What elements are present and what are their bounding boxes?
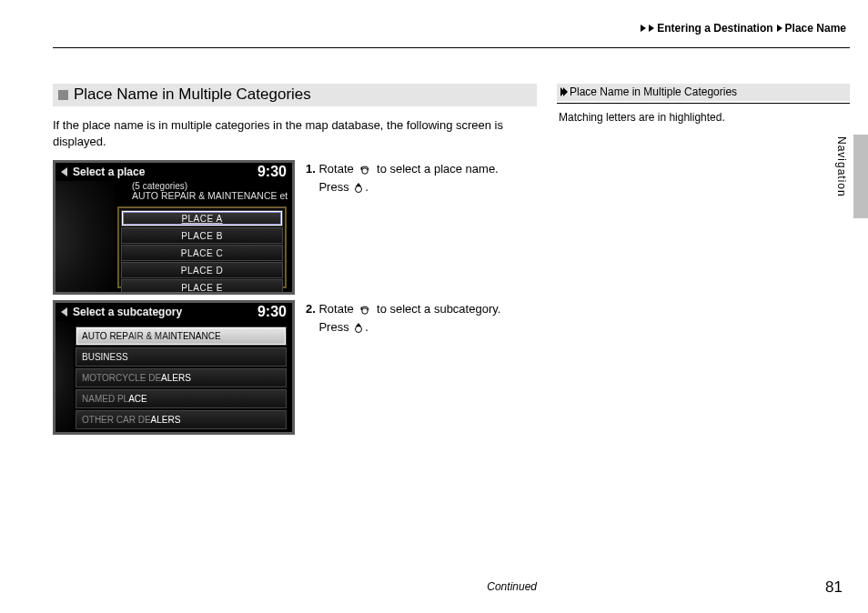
square-bullet-icon [58,90,68,100]
rotate-knob-icon [357,164,373,176]
breadcrumb-arrow-icon [649,25,654,32]
step-2-text: 2. Rotate to select a subcategory. Press [306,300,500,435]
step-number: 1. [306,162,316,176]
svg-point-4 [362,307,368,313]
section-title: Place Name in Multiple Categories [53,84,537,106]
shot1-title: Select a place [73,166,257,178]
main-column: Place Name in Multiple Categories If the… [53,84,537,569]
list-item: OTHER CAR DEALERS [76,410,287,429]
side-note: Matching letters are in highlighted. [557,111,850,124]
breadcrumb: Entering a Destination Place Name [641,22,846,35]
list-item: PLACE E [121,279,283,295]
side-divider [557,103,850,104]
section-tab [853,135,868,218]
list-item: MOTORCYCLE DEALERS [76,368,287,387]
list-item: AUTO REPAIR & MAINTENANCE [76,327,287,346]
side-title: Place Name in Multiple Categories [557,84,850,101]
shot1-time: 9:30 [257,164,287,180]
list-item: PLACE B [121,227,283,244]
screenshot-select-place: Select a place 9:30 (5 categories) AUTO … [53,160,295,295]
page-number: 81 [825,578,843,597]
side-column: Place Name in Multiple Categories Matchi… [557,84,850,569]
shot2-list: AUTO REPAIR & MAINTENANCE BUSINESS MOTOR… [76,327,287,427]
shot2-time: 9:30 [257,304,287,320]
list-item: PLACE A [121,210,283,226]
svg-point-0 [362,167,368,173]
step-number: 2. [306,302,316,316]
shot2-title: Select a subcategory [73,306,257,318]
list-item: PLACE C [121,245,283,261]
list-item: PLACE D [121,262,283,278]
side-title-text: Place Name in Multiple Categories [570,85,737,98]
step-2: Select a subcategory 9:30 AUTO REPAIR & … [53,300,537,435]
header: Entering a Destination Place Name [53,22,850,48]
step-1-text: 1. Rotate to select a place name. Press [306,160,499,295]
shot1-list: PLACE A PLACE B PLACE C PLACE D PLACE E [117,206,287,288]
section-intro: If the place name is in multiple categor… [53,117,537,149]
list-item: BUSINESS [76,347,287,367]
svg-marker-7 [356,323,361,327]
step-1: Select a place 9:30 (5 categories) AUTO … [53,160,537,295]
breadcrumb-arrow-icon [641,25,646,32]
breadcrumb-arrow-icon [777,25,782,32]
back-icon [61,307,67,317]
list-item: NAMED PLACE [76,389,287,408]
rotate-knob-icon [357,304,373,317]
svg-marker-3 [356,183,361,186]
screenshot-select-subcategory: Select a subcategory 9:30 AUTO REPAIR & … [53,300,295,435]
svg-point-2 [356,186,362,193]
double-arrow-icon [560,87,566,96]
svg-point-6 [356,327,362,333]
press-button-icon [352,321,365,334]
breadcrumb-level1: Entering a Destination [657,22,772,35]
press-button-icon [352,181,365,194]
breadcrumb-level2: Place Name [785,22,846,35]
section-title-text: Place Name in Multiple Categories [74,85,311,104]
continued-label: Continued [53,580,537,593]
back-icon [61,167,67,176]
